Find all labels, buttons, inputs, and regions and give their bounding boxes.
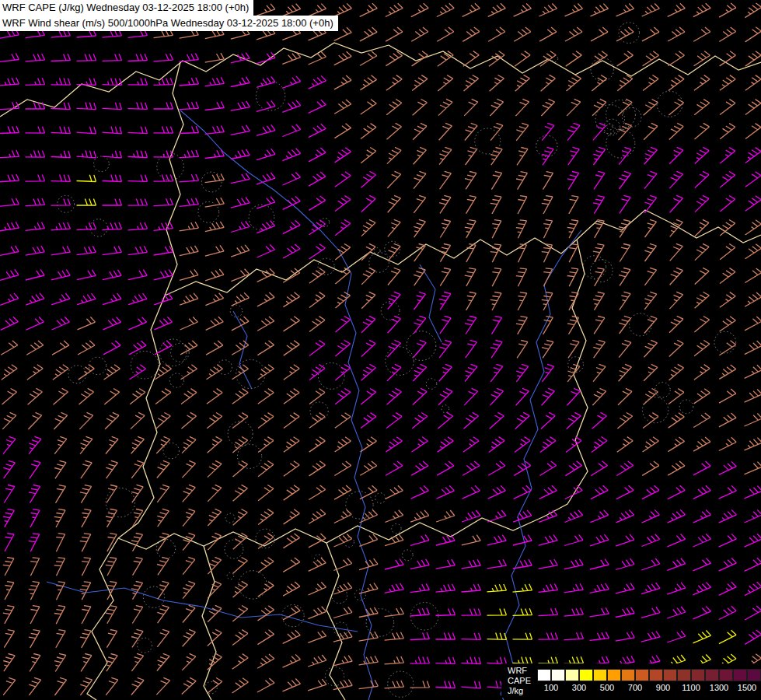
legend-swatch — [635, 669, 649, 681]
cape-contour — [218, 360, 232, 375]
wind-barb — [539, 608, 558, 616]
wind-barb — [693, 3, 710, 16]
wind-barb — [385, 681, 404, 688]
wind-barb — [182, 460, 195, 478]
wind-barb — [745, 172, 761, 187]
wind-barb — [128, 175, 148, 182]
wind-barb — [516, 268, 527, 286]
wind-barb — [232, 654, 248, 670]
wind-barb — [541, 412, 555, 429]
wind-barb — [539, 657, 558, 664]
wind-barb — [592, 99, 606, 115]
wind-barb — [53, 365, 68, 380]
cape-contour — [407, 331, 436, 361]
wind-barb — [463, 485, 480, 499]
wind-barb — [309, 485, 325, 500]
wind-barb — [56, 534, 65, 552]
wind-barb — [667, 558, 685, 571]
wind-barb — [283, 292, 299, 307]
wind-barb — [565, 27, 582, 41]
wind-barb — [745, 606, 761, 620]
wind-barb — [745, 534, 761, 548]
wind-barb — [487, 633, 507, 640]
wind-barb — [668, 100, 683, 116]
wind-barb — [644, 100, 658, 116]
wind-barb — [719, 582, 737, 595]
wind-barb — [131, 460, 144, 478]
wind-barb — [4, 485, 15, 503]
wind-barb — [80, 582, 91, 600]
wind-barb — [642, 485, 659, 499]
wind-barb — [309, 389, 325, 404]
wind-barb — [414, 292, 426, 310]
wind-barb — [539, 584, 558, 593]
wind-barb — [667, 534, 685, 547]
legend-title: WRF CAPE J/kg — [508, 666, 531, 696]
wind-barb — [720, 292, 735, 308]
wind-barb — [309, 100, 326, 113]
wind-barb — [232, 389, 248, 404]
wind-barb — [566, 51, 582, 66]
wind-barb — [410, 608, 430, 616]
wind-barb — [309, 292, 325, 308]
wind-barb — [719, 413, 736, 427]
wind-barb — [616, 4, 634, 16]
wind-barb — [745, 124, 761, 139]
wind-barb — [335, 365, 350, 380]
country-border — [389, 45, 761, 76]
wind-barb — [3, 436, 16, 453]
wind-barb — [719, 534, 737, 547]
legend-tick-label: 700 — [628, 683, 642, 692]
wind-barb — [26, 174, 45, 181]
cape-contour — [138, 638, 152, 653]
wind-barb — [669, 123, 683, 139]
wind-barb — [720, 268, 735, 284]
wind-barb — [309, 437, 326, 452]
wind-barb — [0, 246, 19, 256]
wind-barb — [182, 677, 196, 694]
cape-contour — [227, 572, 234, 579]
wind-barb — [0, 126, 19, 133]
wind-barb — [719, 509, 737, 523]
wind-barb — [564, 632, 584, 640]
wind-barb — [157, 509, 169, 527]
wind-barb — [642, 27, 659, 41]
wind-barb — [359, 607, 378, 618]
wind-barb — [436, 681, 456, 688]
wind-barb — [180, 269, 198, 280]
wind-barb — [208, 436, 222, 453]
wind-barb — [567, 123, 580, 140]
wind-barb — [257, 654, 274, 668]
wind-barb — [593, 364, 606, 381]
legend-parameter-label: CAPE — [508, 676, 531, 686]
wind-barb — [335, 413, 351, 429]
wind-barb — [232, 292, 250, 306]
wind-barb — [745, 582, 761, 596]
wind-barb — [258, 389, 274, 404]
wind-barb — [56, 582, 65, 600]
wind-barb — [515, 412, 529, 429]
cape-contour — [93, 156, 109, 172]
wind-barb — [463, 27, 480, 42]
wind-barb — [745, 414, 761, 427]
wind-barb — [411, 27, 428, 41]
wind-barb — [540, 437, 556, 453]
river — [420, 264, 442, 342]
wind-barb — [745, 3, 761, 18]
wind-barb — [133, 558, 143, 576]
wind-barb — [463, 461, 480, 475]
wind-barb — [77, 103, 96, 110]
wind-barb — [29, 485, 40, 503]
wind-barb — [385, 559, 403, 570]
wind-barb — [54, 677, 66, 695]
wind-barb — [489, 437, 504, 453]
wind-barb — [208, 605, 222, 622]
wind-barb — [488, 27, 505, 41]
wind-barb — [414, 244, 426, 262]
wind-barb — [745, 75, 761, 91]
cape-contour — [346, 492, 373, 519]
wind-barb — [283, 534, 299, 548]
wind-barb — [464, 75, 479, 92]
wind-barb — [28, 388, 43, 404]
wind-barb — [156, 413, 171, 429]
